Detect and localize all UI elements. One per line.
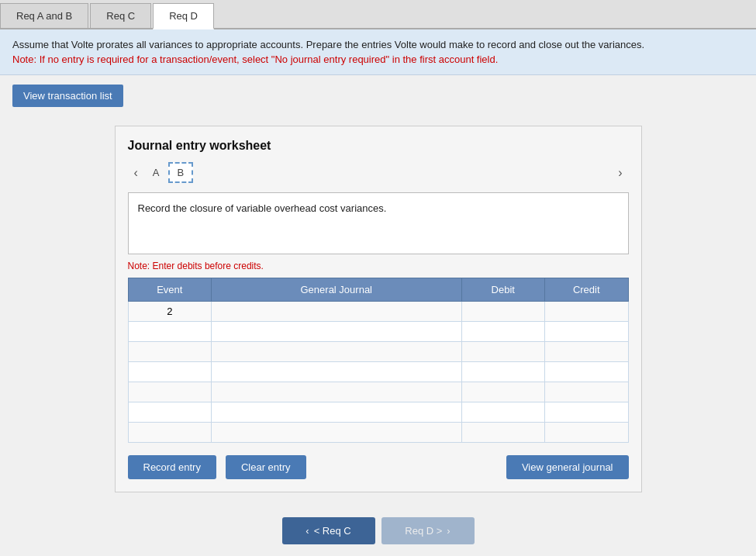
debit-cell[interactable] (461, 302, 545, 322)
view-transaction-list-button[interactable]: View transaction list (12, 85, 123, 107)
bottom-navigation: ‹ < Req C Req D > › (0, 502, 756, 556)
main-content: Journal entry worksheet ‹ A B › Record t… (0, 116, 756, 502)
journal-table: Event General Journal Debit Credit 2 (128, 278, 629, 443)
action-buttons: Record entry Clear entry View general jo… (128, 455, 629, 479)
table-row (128, 382, 628, 402)
debit-cell[interactable] (461, 423, 545, 443)
credit-input[interactable] (545, 323, 628, 341)
event-cell (128, 362, 212, 382)
debit-input[interactable] (462, 423, 545, 442)
tab-req-ab[interactable]: Req A and B (0, 3, 88, 28)
table-row (128, 322, 628, 342)
table-row (128, 402, 628, 423)
general-journal-input[interactable] (212, 302, 461, 321)
worksheet-title: Journal entry worksheet (128, 139, 629, 153)
table-row (128, 342, 628, 362)
general-journal-input[interactable] (212, 403, 461, 422)
col-debit: Debit (461, 278, 545, 302)
credit-cell[interactable] (545, 382, 629, 402)
info-note: Note: If no entry is required for a tran… (12, 54, 744, 65)
col-event: Event (128, 278, 212, 302)
top-actions: View transaction list (0, 75, 756, 116)
col-credit: Credit (545, 278, 629, 302)
tab-req-d[interactable]: Req D (153, 3, 214, 29)
credit-input[interactable] (545, 363, 628, 382)
general-journal-cell[interactable] (212, 302, 462, 322)
credit-cell[interactable] (545, 362, 629, 382)
clear-entry-button[interactable]: Clear entry (226, 455, 306, 479)
next-req-label: Req D > (405, 525, 442, 537)
worksheet-panel: Journal entry worksheet ‹ A B › Record t… (115, 126, 642, 492)
credit-cell[interactable] (545, 322, 629, 342)
table-row (128, 362, 628, 382)
prev-step-button[interactable]: ‹ (128, 163, 144, 183)
general-journal-cell[interactable] (212, 322, 462, 342)
general-journal-cell[interactable] (212, 342, 462, 362)
credit-input[interactable] (545, 423, 628, 442)
tabs-bar: Req A and B Req C Req D (0, 0, 756, 29)
prev-req-button[interactable]: ‹ < Req C (282, 517, 375, 544)
record-entry-button[interactable]: Record entry (128, 455, 216, 479)
table-row: 2 (128, 302, 628, 322)
step-navigation: ‹ A B › (128, 162, 629, 183)
general-journal-cell[interactable] (212, 402, 462, 423)
general-journal-input[interactable] (212, 383, 461, 402)
step-b[interactable]: B (168, 162, 194, 183)
credit-input[interactable] (545, 302, 628, 321)
credit-cell[interactable] (545, 402, 629, 423)
credit-cell[interactable] (545, 302, 629, 322)
next-req-button: Req D > › (381, 517, 475, 544)
table-row (128, 423, 628, 443)
credit-cell[interactable] (545, 342, 629, 362)
next-step-button[interactable]: › (612, 163, 628, 183)
prev-req-label: < Req C (314, 525, 351, 537)
credit-input[interactable] (545, 343, 628, 361)
general-journal-input[interactable] (212, 363, 461, 382)
debits-before-credits-note: Note: Enter debits before credits. (128, 261, 629, 271)
debit-cell[interactable] (461, 342, 545, 362)
info-box: Assume that Volte prorates all variances… (0, 29, 756, 75)
col-general-journal: General Journal (212, 278, 462, 302)
debit-input[interactable] (462, 302, 545, 321)
description-box: Record the closure of variable overhead … (128, 192, 629, 254)
event-cell (128, 342, 212, 362)
debit-input[interactable] (462, 403, 545, 422)
step-a[interactable]: A (144, 163, 168, 182)
credit-cell[interactable] (545, 423, 629, 443)
event-cell (128, 402, 212, 423)
view-general-journal-button[interactable]: View general journal (506, 455, 629, 479)
debit-cell[interactable] (461, 402, 545, 423)
tab-req-c[interactable]: Req C (90, 3, 151, 28)
next-chevron-icon: › (447, 525, 450, 537)
debit-input[interactable] (462, 343, 545, 361)
general-journal-input[interactable] (212, 423, 461, 442)
event-cell: 2 (128, 302, 212, 322)
debit-cell[interactable] (461, 382, 545, 402)
general-journal-cell[interactable] (212, 423, 462, 443)
debit-input[interactable] (462, 363, 545, 382)
general-journal-input[interactable] (212, 343, 461, 361)
general-journal-cell[interactable] (212, 362, 462, 382)
info-main-text: Assume that Volte prorates all variances… (12, 39, 644, 50)
event-cell (128, 322, 212, 342)
debit-cell[interactable] (461, 322, 545, 342)
prev-chevron-icon: ‹ (306, 525, 309, 537)
credit-input[interactable] (545, 403, 628, 422)
event-cell (128, 423, 212, 443)
debit-input[interactable] (462, 383, 545, 402)
debit-cell[interactable] (461, 362, 545, 382)
event-cell (128, 382, 212, 402)
general-journal-cell[interactable] (212, 382, 462, 402)
credit-input[interactable] (545, 383, 628, 402)
debit-input[interactable] (462, 323, 545, 341)
general-journal-input[interactable] (212, 323, 461, 341)
